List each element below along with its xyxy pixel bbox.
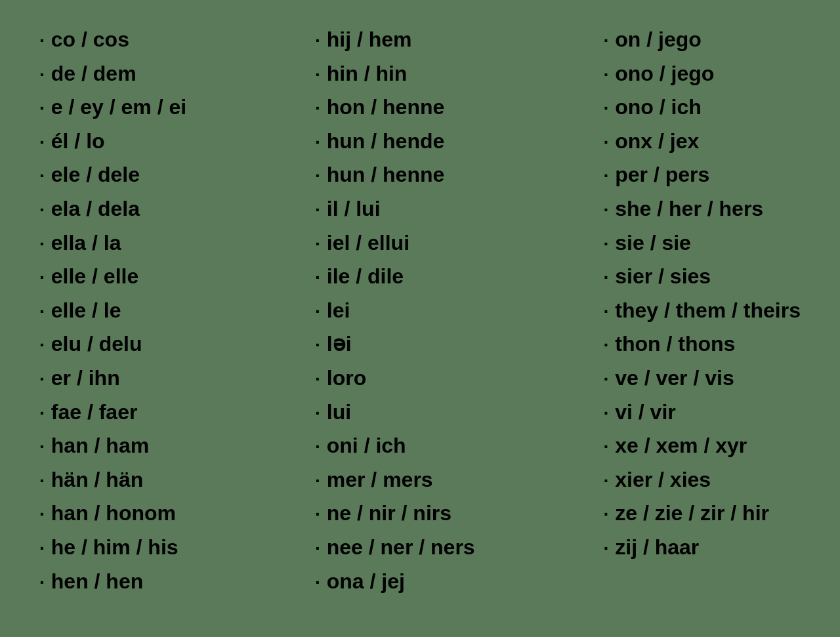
bullet-icon: · <box>39 401 45 425</box>
item-text: elu / delu <box>51 331 142 358</box>
bullet-icon: · <box>603 367 608 391</box>
item-text: ele / dele <box>51 161 140 189</box>
bullet-icon: · <box>603 232 608 256</box>
item-text: él / lo <box>51 128 105 155</box>
item-text: on / jego <box>615 26 702 54</box>
item-text: han / honom <box>51 500 176 527</box>
bullet-icon: · <box>39 537 45 560</box>
list-item: ·elle / elle <box>39 263 186 291</box>
item-text: she / her / hers <box>615 195 763 223</box>
bullet-icon: · <box>603 300 608 323</box>
list-item: ·han / ham <box>39 432 186 460</box>
list-item: ·ela / dela <box>39 195 186 223</box>
list-item: ·er / ihn <box>39 365 186 392</box>
item-text: nee / ner / ners <box>327 534 475 562</box>
bullet-icon: · <box>315 198 320 222</box>
list-item: ·per / pers <box>603 161 801 189</box>
bullet-icon: · <box>315 96 320 120</box>
item-text: e / ey / em / ei <box>51 94 186 121</box>
item-text: lei <box>327 297 350 325</box>
item-text: hun / hende <box>327 128 445 155</box>
bullet-icon: · <box>39 571 45 594</box>
list-item: ·lei <box>315 297 475 325</box>
bullet-icon: · <box>39 131 45 154</box>
item-text: hin / hin <box>327 60 408 88</box>
bullet-icon: · <box>39 96 45 120</box>
item-text: ono / ich <box>615 94 702 121</box>
bullet-icon: · <box>603 29 608 52</box>
list-item: ·hän / hän <box>39 466 186 494</box>
list-item: ·lui <box>315 399 475 426</box>
bullet-icon: · <box>39 503 45 526</box>
bullet-icon: · <box>315 232 320 256</box>
item-text: vi / vir <box>615 399 676 426</box>
bullet-icon: · <box>315 571 320 594</box>
bullet-icon: · <box>603 503 608 526</box>
bullet-icon: · <box>603 401 608 425</box>
item-text: hän / hän <box>51 466 143 494</box>
item-text: er / ihn <box>51 365 120 392</box>
item-text: co / cos <box>51 26 129 54</box>
bullet-icon: · <box>39 367 45 391</box>
bullet-icon: · <box>315 164 320 188</box>
item-text: hon / henne <box>327 94 445 121</box>
column-1: ·co / cos·de / dem·e / ey / em / ei·él /… <box>39 26 186 602</box>
item-text: ono / jego <box>615 60 714 88</box>
item-text: hun / henne <box>327 161 445 189</box>
list-item: ·hun / hende <box>315 128 475 155</box>
list-item: ·thon / thons <box>603 331 801 358</box>
item-text: ile / dile <box>327 263 404 291</box>
item-text: de / dem <box>51 60 136 88</box>
bullet-icon: · <box>39 435 45 459</box>
bullet-icon: · <box>39 333 45 357</box>
item-text: xier / xies <box>615 466 711 494</box>
list-item: ·ono / ich <box>603 94 801 121</box>
bullet-icon: · <box>603 164 608 188</box>
item-text: ləi <box>327 331 352 358</box>
item-text: mer / mers <box>327 466 433 494</box>
list-item: ·they / them / theirs <box>603 297 801 325</box>
item-text: ona / jej <box>327 568 405 596</box>
item-text: elle / le <box>51 297 121 325</box>
list-item: ·ella / la <box>39 230 186 257</box>
column-3: ·on / jego·ono / jego·ono / ich·onx / je… <box>603 26 801 602</box>
list-item: ·elu / delu <box>39 331 186 358</box>
item-text: hij / hem <box>327 26 412 54</box>
bullet-icon: · <box>603 198 608 222</box>
list-item: ·ve / ver / vis <box>603 365 801 392</box>
item-text: thon / thons <box>615 331 735 358</box>
list-item: ·hij / hem <box>315 26 475 54</box>
list-item: ·xier / xies <box>603 466 801 494</box>
list-item: ·e / ey / em / ei <box>39 94 186 121</box>
list-item: ·zij / haar <box>603 534 801 562</box>
bullet-icon: · <box>39 266 45 289</box>
bullet-icon: · <box>315 469 320 493</box>
bullet-icon: · <box>603 537 608 560</box>
bullet-icon: · <box>603 131 608 154</box>
list-item: ·oni / ich <box>315 432 475 460</box>
list-item: ·ile / dile <box>315 263 475 291</box>
list-item: ·hun / henne <box>315 161 475 189</box>
bullet-icon: · <box>315 537 320 560</box>
item-text: lui <box>327 399 351 426</box>
list-item: ·mer / mers <box>315 466 475 494</box>
item-text: ella / la <box>51 230 121 257</box>
list-item: ·il / lui <box>315 195 475 223</box>
list-item: ·onx / jex <box>603 128 801 155</box>
bullet-icon: · <box>39 300 45 323</box>
list-item: ·ne / nir / nirs <box>315 500 475 527</box>
item-text: oni / ich <box>327 432 406 460</box>
bullet-icon: · <box>315 503 320 526</box>
item-text: han / ham <box>51 432 149 460</box>
item-text: elle / elle <box>51 263 138 291</box>
bullet-icon: · <box>315 266 320 289</box>
list-item: ·he / him / his <box>39 534 186 562</box>
item-text: onx / jex <box>615 128 699 155</box>
item-text: ze / zie / zir / hir <box>615 500 769 527</box>
list-item: ·ona / jej <box>315 568 475 596</box>
bullet-icon: · <box>39 29 45 52</box>
item-text: sier / sies <box>615 263 711 291</box>
item-text: xe / xem / xyr <box>615 432 747 460</box>
list-item: ·sier / sies <box>603 263 801 291</box>
bullet-icon: · <box>315 300 320 323</box>
